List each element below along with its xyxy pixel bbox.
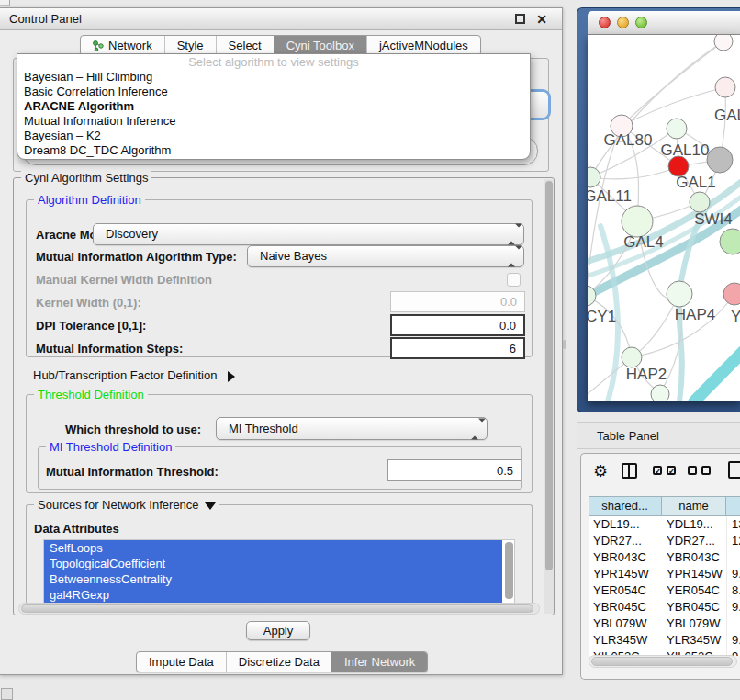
clipped-icon-fragment xyxy=(1,688,13,700)
gear-icon[interactable]: ⚙ xyxy=(593,462,608,480)
table-body: YDL19...YDL19...13 YDR27...YDR27...12 YB… xyxy=(589,516,740,656)
algorithm-option[interactable]: Bayesian – Hill Climbing xyxy=(17,70,530,85)
sources-group: Sources for Network Inference Data Attri… xyxy=(26,504,533,615)
clipped-window-fragment xyxy=(0,0,10,6)
node-gal10[interactable] xyxy=(667,119,687,139)
tab-jactivemnodules[interactable]: jActiveMNodules xyxy=(366,36,480,55)
page-icon[interactable] xyxy=(728,461,740,479)
algorithm-option[interactable]: Dream8 DC_TDC Algorithm xyxy=(17,143,530,158)
mac-zoom-button[interactable] xyxy=(635,17,647,28)
close-icon[interactable]: ✕ xyxy=(536,11,547,28)
table-row[interactable]: YER054CYER054C8. xyxy=(589,582,740,599)
mi-threshold-field[interactable] xyxy=(387,459,521,481)
table-hscrollbar-track[interactable] xyxy=(589,655,737,668)
table-row[interactable]: YBL079WYBL079W xyxy=(589,615,740,632)
attribute-item-selected[interactable]: BetweennessCentrality xyxy=(44,571,502,587)
tab-impute-data[interactable]: Impute Data xyxy=(137,652,226,672)
tab-cyni-toolbox-label: Cyni Toolbox xyxy=(286,36,354,55)
network-canvas[interactable]: GAL GAL80 GAL10 GAL1 GAL11 GAL4 SWI4 GCY… xyxy=(588,35,740,401)
columns-icon[interactable] xyxy=(622,463,637,479)
float-window-icon[interactable] xyxy=(515,14,525,24)
node-y-partial[interactable] xyxy=(723,283,740,305)
manual-kernel-checkbox[interactable] xyxy=(507,273,521,287)
node-swi4[interactable] xyxy=(720,229,740,254)
tab-network-label: Network xyxy=(108,36,152,55)
tab-cyni-toolbox[interactable]: Cyni Toolbox xyxy=(274,36,366,55)
tab-impute-data-label: Impute Data xyxy=(149,652,214,672)
aracne-mode-combo[interactable]: Discovery xyxy=(93,223,524,245)
which-threshold-combo[interactable]: MI Threshold xyxy=(216,417,488,440)
column-header-shared-name[interactable]: shared... xyxy=(589,497,662,515)
table-row[interactable]: YBR045CYBR045C9. xyxy=(589,599,740,615)
attribute-item-selected[interactable]: TopologicalCoefficient xyxy=(44,556,502,571)
table-row[interactable]: YDL19...YDL19...13 xyxy=(589,516,740,533)
table-row[interactable]: YBR043CYBR043C xyxy=(589,549,740,566)
node-gray[interactable] xyxy=(707,147,733,173)
deselect-all-icon[interactable] xyxy=(688,466,697,475)
network-window-titlebar xyxy=(588,11,740,35)
tab-infer-network-label: Infer Network xyxy=(344,652,415,672)
dpi-tolerance-field[interactable] xyxy=(390,314,525,336)
table-panel-titlebar: Table Panel xyxy=(577,422,740,449)
threshold-definition-group: Threshold Definition Which threshold to … xyxy=(26,394,533,493)
mac-close-button[interactable] xyxy=(599,17,611,28)
attribute-item-selected[interactable]: gal4RGexp xyxy=(44,587,502,603)
mi-algorithm-type-combo[interactable]: Naive Bayes xyxy=(247,245,524,267)
node-gal1[interactable] xyxy=(690,192,710,212)
column-header-name[interactable]: name xyxy=(662,497,726,515)
network-view-window: GAL GAL80 GAL10 GAL1 GAL11 GAL4 SWI4 GCY… xyxy=(577,7,740,412)
cell: 8. xyxy=(726,582,740,599)
mi-threshold-definition-group: MI Threshold Definition Mutual Informati… xyxy=(38,446,522,490)
cell: YPR145W xyxy=(589,566,662,582)
tab-style[interactable]: Style xyxy=(164,36,216,55)
node-hap2[interactable] xyxy=(622,347,642,367)
tab-discretize-data[interactable]: Discretize Data xyxy=(226,652,331,672)
mi-steps-field[interactable] xyxy=(390,337,525,359)
node[interactable] xyxy=(651,385,669,401)
node-label: GCY1 xyxy=(588,308,616,325)
algorithm-option[interactable]: Mutual Information Inference xyxy=(17,114,530,129)
tab-select[interactable]: Select xyxy=(216,36,274,55)
panel-splitter-handle[interactable] xyxy=(563,340,566,349)
table-hscrollbar-thumb[interactable] xyxy=(591,657,733,666)
settings-hscrollbar-track[interactable] xyxy=(18,603,540,615)
tab-jactivemnodules-label: jActiveMNodules xyxy=(379,36,468,55)
node-gal-partial[interactable] xyxy=(715,77,735,97)
tab-infer-network[interactable]: Infer Network xyxy=(331,652,427,672)
apply-button[interactable]: Apply xyxy=(246,621,310,640)
which-threshold-value: MI Threshold xyxy=(229,418,487,439)
deselect-all-icon[interactable] xyxy=(701,466,711,475)
algorithm-option[interactable]: Basic Correlation Inference xyxy=(17,85,530,99)
select-all-icon[interactable]: ✓ xyxy=(667,466,676,475)
mac-minimize-button[interactable] xyxy=(617,17,629,28)
settings-hscrollbar-thumb[interactable] xyxy=(21,604,533,613)
hub-definition-expander[interactable]: Hub/Transcription Factor Definition xyxy=(33,368,235,382)
attribute-list-scrollbar-thumb[interactable] xyxy=(505,542,513,599)
table-row[interactable]: YDR27...YDR27...12 xyxy=(589,533,740,549)
tab-network[interactable]: Network xyxy=(81,36,164,55)
algorithm-option-selected[interactable]: ARACNE Algorithm xyxy=(17,99,530,114)
node-hap4[interactable] xyxy=(667,281,692,307)
select-all-icon[interactable]: ✓ xyxy=(653,466,662,475)
cell: YBR043C xyxy=(662,549,726,566)
algorithm-definition-group: Algorithm Definition Aracne Mode: Discov… xyxy=(26,199,533,357)
algorithm-option[interactable]: Bayesian – K2 xyxy=(17,129,530,143)
algorithm-dropdown-prompt: Select algorithm to view settings xyxy=(17,54,530,70)
data-attributes-list: SelfLoops TopologicalCoefficient Between… xyxy=(43,539,515,604)
table-row[interactable]: YLR345WYLR345W9. xyxy=(589,632,740,649)
table-row[interactable]: YPR145WYPR145W9. xyxy=(589,566,740,582)
cell: YBR045C xyxy=(662,599,726,615)
node-label: GAL10 xyxy=(661,141,710,159)
node-label: GAL1 xyxy=(676,174,715,191)
cell: YDL19... xyxy=(589,516,662,533)
algorithm-dropdown-popup: Select algorithm to view settings Bayesi… xyxy=(17,53,531,160)
settings-scrollbar-thumb[interactable] xyxy=(545,181,553,570)
attribute-item-selected[interactable]: SelfLoops xyxy=(44,540,502,556)
kernel-width-field[interactable] xyxy=(390,291,525,312)
node-gal4[interactable] xyxy=(622,206,653,237)
table-header-row: shared... name xyxy=(589,496,740,516)
cell: 12 xyxy=(726,533,740,549)
sources-title[interactable]: Sources for Network Inference xyxy=(34,498,219,512)
node[interactable] xyxy=(714,35,733,51)
column-header-clipped[interactable] xyxy=(726,497,740,515)
